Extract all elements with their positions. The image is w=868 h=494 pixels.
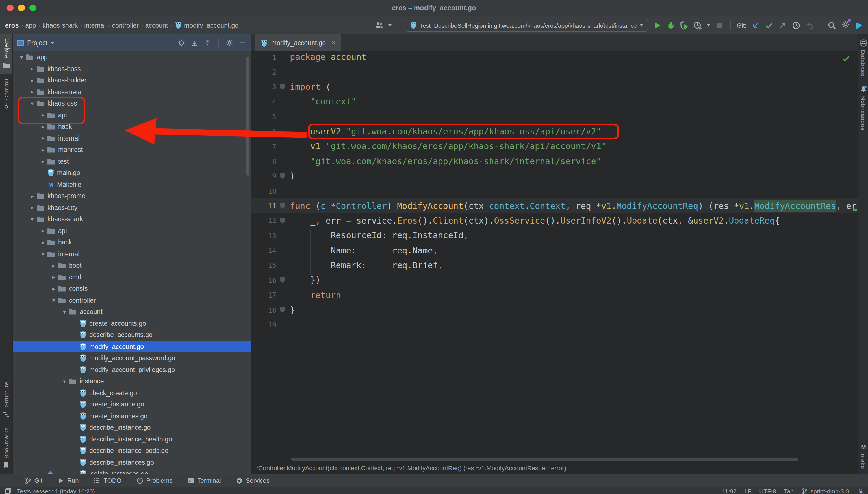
- chevron-right-icon[interactable]: ▸: [50, 263, 58, 269]
- fold-marker[interactable]: [280, 218, 285, 224]
- fold-marker[interactable]: [280, 307, 285, 313]
- chevron-down-icon[interactable]: [707, 24, 710, 26]
- tree-item-khaos-boss[interactable]: ▸khaos-boss: [13, 63, 251, 75]
- code-line-13[interactable]: 13 ResourceId: req.InstanceId,: [252, 228, 858, 243]
- chevron-right-icon[interactable]: ▸: [39, 240, 47, 246]
- tree-item-consts[interactable]: ▸consts: [13, 283, 251, 294]
- zoom-window-button[interactable]: [30, 4, 36, 11]
- git-update-button[interactable]: [751, 21, 760, 30]
- tree-item-hack[interactable]: ▸hack: [13, 236, 251, 248]
- code-line-19[interactable]: 19: [252, 317, 858, 332]
- tree-item-describe_instance_pods.go[interactable]: describe_instance_pods.go: [13, 445, 251, 456]
- code-line-7[interactable]: 7 v1 "git.woa.com/khaos/eros/app/khaos-s…: [252, 139, 858, 154]
- tab-modify-account-go[interactable]: modify_account.go ×: [255, 35, 341, 51]
- code-line-18[interactable]: 18}: [252, 303, 858, 318]
- tool-window-button-database[interactable]: Database: [858, 35, 868, 81]
- tool-window-button-bookmarks[interactable]: Bookmarks: [0, 423, 13, 474]
- chevron-right-icon[interactable]: ▸: [39, 158, 47, 165]
- caret-position[interactable]: 11:92: [722, 488, 737, 494]
- code-line-17[interactable]: 17 return: [252, 288, 858, 303]
- hide-icon[interactable]: [238, 39, 247, 47]
- breadcrumb-item-internal[interactable]: internal: [83, 21, 107, 29]
- tool-window-button-run[interactable]: Run: [50, 474, 86, 487]
- chevron-down-icon[interactable]: ▾: [60, 378, 68, 384]
- tree-item-cmd[interactable]: ▸cmd: [13, 271, 251, 283]
- tree-item-main.go[interactable]: main.go: [13, 167, 251, 179]
- collapse-all-icon[interactable]: [203, 39, 211, 47]
- chevron-down-icon[interactable]: [51, 42, 54, 44]
- run-configuration-select[interactable]: Test_DescribeSellRegion in git.woa.com/k…: [404, 19, 648, 32]
- tree-item-internal[interactable]: ▸internal: [13, 132, 251, 144]
- code-line-14[interactable]: 14 Name: req.Name,: [252, 243, 858, 258]
- code-line-1[interactable]: 1package account: [252, 52, 858, 65]
- settings-icon[interactable]: [225, 39, 233, 47]
- run-with-coverage-button[interactable]: [680, 21, 689, 30]
- tree-item-account[interactable]: ▾account: [13, 306, 251, 318]
- editor-horizontal-scrollbar[interactable]: [291, 458, 798, 461]
- chevron-right-icon[interactable]: ▸: [39, 147, 47, 153]
- tree-item-khaos-prome[interactable]: ▸khaos-prome: [13, 190, 251, 202]
- tree-scrollbar[interactable]: [247, 57, 249, 176]
- tree-item-instance[interactable]: ▾instance: [13, 376, 251, 387]
- git-commit-button[interactable]: [764, 21, 774, 30]
- chevron-right-icon[interactable]: ▸: [28, 193, 36, 199]
- git-branch[interactable]: sprint-dmp-3.0: [801, 488, 849, 494]
- chevron-right-icon[interactable]: ▸: [28, 66, 36, 72]
- code-line-10[interactable]: 10: [252, 184, 858, 198]
- fold-marker[interactable]: [280, 203, 285, 209]
- profiler-button[interactable]: [693, 21, 702, 30]
- run-button[interactable]: [653, 21, 662, 30]
- chevron-down-icon[interactable]: ▾: [18, 54, 25, 60]
- tool-window-button-git[interactable]: Git: [17, 474, 50, 487]
- tree-item-khaos-builder[interactable]: ▸khaos-builder: [13, 75, 251, 86]
- tool-window-button-problems[interactable]: Problems: [129, 474, 180, 487]
- code-line-2[interactable]: 2: [252, 65, 858, 80]
- minimize-window-button[interactable]: [18, 4, 25, 11]
- close-icon[interactable]: ×: [331, 39, 336, 47]
- breadcrumb-item-eros[interactable]: eros: [3, 21, 21, 29]
- tree-item-modify_account.go[interactable]: modify_account.go: [13, 341, 251, 352]
- fold-marker[interactable]: [280, 84, 285, 90]
- debug-button[interactable]: [666, 21, 675, 30]
- tree-item-create_accounts.go[interactable]: create_accounts.go: [13, 318, 251, 329]
- tool-window-button-make[interactable]: Mmake: [858, 439, 868, 474]
- tree-item-modify_account_password.go[interactable]: modify_account_password.go: [13, 352, 251, 364]
- git-rollback-button[interactable]: [805, 21, 814, 30]
- tree-item-boot[interactable]: ▸boot: [13, 260, 251, 271]
- chevron-right-icon[interactable]: ▸: [28, 89, 36, 95]
- tree-item-api[interactable]: ▸api: [13, 225, 251, 236]
- chevron-right-icon[interactable]: ▸: [39, 124, 47, 130]
- tool-window-button-commit[interactable]: Commit: [0, 74, 13, 115]
- breadcrumb-item-controller[interactable]: controller: [110, 21, 141, 29]
- tool-window-button-terminal[interactable]: Terminal: [180, 474, 228, 487]
- unlocked-icon[interactable]: [857, 488, 864, 494]
- tree-item-khaos-qtty[interactable]: ▸khaos-qtty: [13, 202, 251, 213]
- ide-plugin-icon[interactable]: [854, 21, 864, 30]
- tree-item-describe_instance.go[interactable]: describe_instance.go: [13, 422, 251, 433]
- code-line-11[interactable]: 11func (c *Controller) ModifyAccount(ctx…: [252, 198, 858, 213]
- inspections-ok-icon[interactable]: [842, 55, 850, 63]
- chevron-down-icon[interactable]: ▾: [28, 216, 36, 223]
- code-line-15[interactable]: 15 Remark: req.Brief,: [252, 258, 858, 273]
- expand-all-icon[interactable]: [191, 39, 198, 47]
- code-line-16[interactable]: 16 }): [252, 273, 858, 288]
- indent-style[interactable]: Tab: [784, 488, 794, 494]
- tree-item-create_instances.go[interactable]: create_instances.go: [13, 410, 251, 422]
- breadcrumb-item-khaos-shark[interactable]: khaos-shark: [41, 21, 79, 29]
- tree-item-describe_accounts.go[interactable]: describe_accounts.go: [13, 329, 251, 341]
- stop-button[interactable]: [715, 21, 724, 30]
- tree-item-khaos-shark[interactable]: ▾khaos-shark: [13, 213, 251, 225]
- project-tree[interactable]: ▾app▸khaos-boss▸khaos-builder▸khaos-meta…: [13, 51, 251, 474]
- chevron-right-icon[interactable]: ▸: [39, 135, 47, 141]
- tree-item-Makefile[interactable]: MMakefile: [13, 179, 251, 190]
- tree-item-app[interactable]: ▾app: [13, 51, 251, 63]
- search-everywhere-button[interactable]: [827, 21, 836, 30]
- chevron-right-icon[interactable]: ▸: [50, 274, 58, 280]
- chevron-down-icon[interactable]: ▾: [60, 309, 68, 315]
- chevron-right-icon[interactable]: ▸: [50, 286, 58, 292]
- code-line-4[interactable]: 4 "context": [252, 94, 858, 109]
- tool-window-button-notifications[interactable]: Notifications: [858, 81, 868, 135]
- breadcrumb-item-modify_account.go[interactable]: modify_account.go: [173, 21, 240, 30]
- code-editor[interactable]: 1package account23import (4 "context"56 …: [252, 52, 858, 462]
- locate-icon[interactable]: [178, 39, 185, 47]
